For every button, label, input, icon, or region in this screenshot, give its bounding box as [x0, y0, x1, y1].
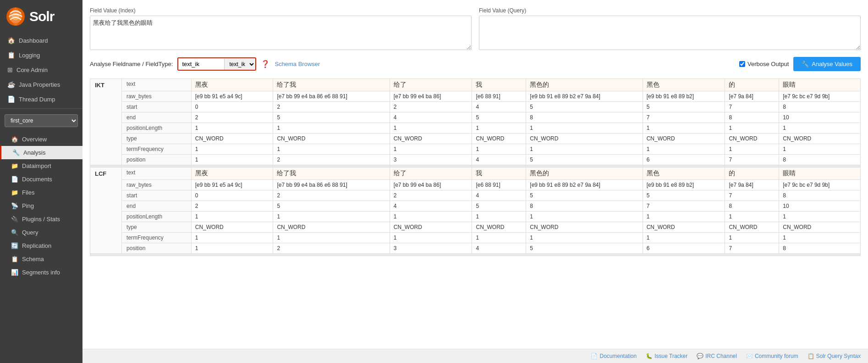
token-cell: 1: [526, 233, 643, 243]
core-nav-documents[interactable]: 📄 Documents: [0, 173, 82, 186]
field-value-index-label: Field Value (Index): [90, 7, 472, 14]
token-cell: 4: [472, 155, 526, 165]
footer-irc-channel[interactable]: 💬 IRC Channel: [697, 353, 737, 359]
query-icon: 🔍: [11, 229, 18, 236]
analysis-tbody: IKTtext黑夜给了我给了我黑色的黑色的眼睛raw_bytes[e9 bb 9…: [90, 79, 861, 256]
token-cell: [e7 9a 84]: [725, 180, 779, 190]
thread-dump-icon: 📄: [7, 95, 15, 103]
row-key: text: [122, 79, 192, 91]
token-cell: CN_WORD: [779, 134, 861, 144]
analyse-btn-icon: 🔧: [802, 61, 809, 67]
core-nav-analysis[interactable]: 🔧 Analysis: [0, 146, 82, 159]
token-cell: CN_WORD: [472, 134, 526, 144]
nav-item-core-admin[interactable]: ⊞ Core Admin: [0, 62, 82, 77]
community-label: Community forum: [755, 353, 798, 359]
token-cell: [e7 bb 99 e4 ba 86]: [390, 180, 472, 190]
token-cell: [e7 9a 84]: [725, 91, 779, 102]
analyse-values-button[interactable]: 🔧 Analyse Values: [793, 57, 861, 71]
core-nav-files[interactable]: 📁 Files: [0, 186, 82, 199]
files-icon: 📁: [11, 189, 18, 196]
token-cell: 5: [526, 102, 643, 112]
core-nav-ping[interactable]: 📡 Ping: [0, 199, 82, 212]
token-cell: 1: [643, 212, 725, 222]
row-key: end: [122, 112, 192, 123]
core-nav-dataimport[interactable]: 📁 Dataimport: [0, 159, 82, 173]
main-layout: Solr 🏠 Dashboard 📋 Logging ⊞ Core Admin …: [0, 0, 868, 363]
row-key: end: [122, 201, 192, 212]
token-cell: 1: [273, 233, 390, 243]
token-cell: [e7 9c bc e7 9d 9b]: [779, 180, 861, 190]
token-cell: 给了我: [273, 168, 390, 180]
table-row: positionLength11111111: [90, 123, 861, 134]
footer-solr-query-syntax[interactable]: 📋 Solr Query Syntax: [808, 353, 861, 359]
token-cell: 1: [779, 123, 861, 134]
core-nav-replication[interactable]: 🔄 Replication: [0, 239, 82, 252]
core-select[interactable]: first_core: [5, 114, 78, 127]
table-row: raw_bytes[e9 bb 91 e5 a4 9c][e7 bb 99 e4…: [90, 180, 861, 190]
row-key: raw_bytes: [122, 91, 192, 102]
token-cell: 黑夜: [191, 168, 273, 180]
core-nav-overview[interactable]: 🏠 Overview: [0, 133, 82, 146]
analysis-table: IKTtext黑夜给了我给了我黑色的黑色的眼睛raw_bytes[e9 bb 9…: [90, 78, 861, 256]
token-cell: 4: [472, 243, 526, 254]
dashboard-icon: 🏠: [7, 37, 15, 44]
token-cell: [e9 bb 91 e5 a4 9c]: [191, 91, 273, 102]
token-cell: 2: [273, 102, 390, 112]
row-key: termFrequency: [122, 233, 192, 243]
table-row: LCFtext黑夜给了我给了我黑色的黑色的眼睛: [90, 168, 861, 180]
token-cell: CN_WORD: [725, 222, 779, 233]
table-row: end254587810: [90, 112, 861, 123]
table-row: termFrequency11111111: [90, 144, 861, 155]
core-selector[interactable]: first_core: [5, 114, 78, 127]
irc-icon: 💬: [697, 353, 703, 359]
nav-item-logging[interactable]: 📋 Logging: [0, 48, 82, 62]
token-cell: 5: [273, 112, 390, 123]
verbose-checkbox[interactable]: [739, 61, 745, 67]
token-cell: 2: [273, 243, 390, 254]
table-row: position12345678: [90, 243, 861, 254]
core-nav-schema[interactable]: 📋 Schema: [0, 252, 82, 266]
help-icon[interactable]: ❓: [261, 60, 270, 68]
schema-browser-link[interactable]: Schema Browser: [275, 61, 320, 67]
fieldtype-input[interactable]: [178, 58, 224, 70]
core-nav-label-documents: Documents: [22, 176, 52, 183]
token-cell: CN_WORD: [390, 134, 472, 144]
token-cell: 6: [643, 243, 725, 254]
nav-label-dashboard: Dashboard: [19, 37, 48, 44]
core-nav-segments-info[interactable]: 📊 Segments info: [0, 266, 82, 279]
core-nav-query[interactable]: 🔍 Query: [0, 226, 82, 239]
token-cell: 2: [273, 155, 390, 165]
analyzer-label: LCF: [90, 168, 122, 254]
nav-item-dashboard[interactable]: 🏠 Dashboard: [0, 33, 82, 48]
nav-label-core-admin: Core Admin: [16, 67, 48, 73]
token-cell: 给了我: [273, 79, 390, 91]
field-value-index-group: Field Value (Index) 黑夜给了我黑色的眼睛: [90, 7, 472, 51]
token-cell: 1: [273, 144, 390, 155]
token-cell: CN_WORD: [526, 222, 643, 233]
field-value-query-textarea[interactable]: [479, 16, 861, 50]
field-value-index-textarea[interactable]: 黑夜给了我黑色的眼睛: [90, 16, 472, 50]
nav-item-thread-dump[interactable]: 📄 Thread Dump: [0, 92, 82, 106]
footer-issue-tracker[interactable]: 🐛 Issue Tracker: [646, 353, 687, 359]
token-cell: [e6 88 91]: [472, 180, 526, 190]
nav-label-java-properties: Java Properties: [19, 81, 60, 88]
footer-community-forum[interactable]: ✉️ Community forum: [746, 353, 798, 359]
footer-documentation[interactable]: 📄 Documentation: [591, 353, 637, 359]
token-cell: 1: [472, 123, 526, 134]
token-cell: 1: [390, 123, 472, 134]
nav-item-java-properties[interactable]: ☕ Java Properties: [0, 77, 82, 92]
core-nav-plugins-stats[interactable]: 🔌 Plugins / Stats: [0, 212, 82, 226]
syntax-label: Solr Query Syntax: [816, 353, 861, 359]
footer: 📄 Documentation 🐛 Issue Tracker 💬 IRC Ch…: [82, 349, 868, 363]
fieldtype-dropdown[interactable]: text_ik: [224, 59, 255, 70]
core-nav: 🏠 Overview 🔧 Analysis 📁 Dataimport 📄 Doc…: [0, 131, 82, 281]
top-nav: 🏠 Dashboard 📋 Logging ⊞ Core Admin ☕ Jav…: [0, 33, 82, 106]
row-key: termFrequency: [122, 144, 192, 155]
analysis-icon: 🔧: [12, 149, 20, 156]
sidebar: Solr 🏠 Dashboard 📋 Logging ⊞ Core Admin …: [0, 0, 82, 363]
token-cell: 5: [273, 201, 390, 212]
analyzer-label: IKT: [90, 79, 122, 165]
core-nav-label-segments: Segments info: [22, 269, 60, 276]
token-cell: [e9 bb 91 e5 a4 9c]: [191, 180, 273, 190]
token-cell: 黑色: [643, 79, 725, 91]
